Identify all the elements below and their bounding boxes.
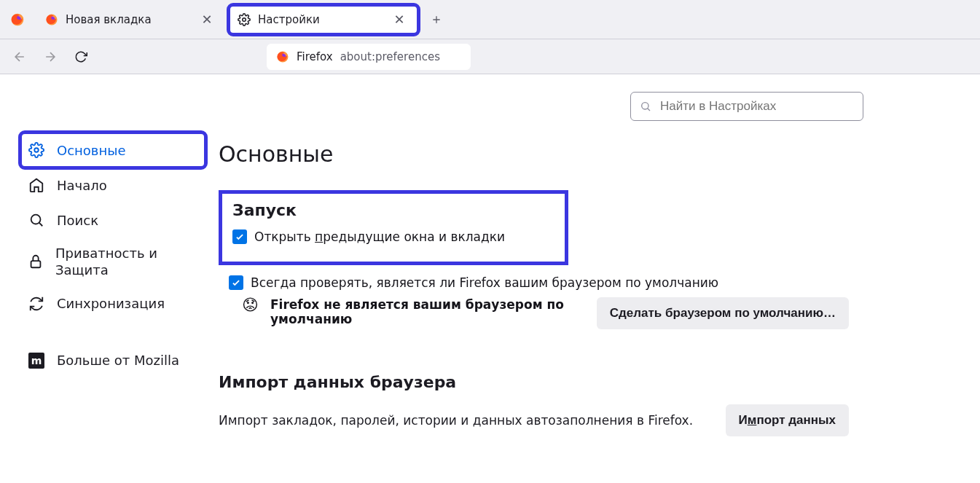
tab-new-tab[interactable]: Новая вкладка ✕	[36, 5, 226, 34]
firefox-icon	[45, 13, 58, 26]
sidebar-item-label: Поиск	[57, 213, 98, 228]
sad-face-icon: 😟	[242, 297, 259, 313]
sidebar-item-label: Приватность и Защита	[55, 245, 198, 279]
sidebar-item-label: Синхронизация	[57, 296, 165, 311]
search-icon	[28, 211, 45, 229]
sidebar-item-label: Основные	[57, 143, 126, 158]
startup-section: Запуск Открыть предыдущие окна и вкладки	[219, 190, 568, 265]
address-bar[interactable]: Firefox about:preferences	[267, 44, 471, 70]
checkbox-checked-icon[interactable]	[232, 229, 247, 244]
close-icon[interactable]: ✕	[389, 9, 409, 30]
make-default-button[interactable]: Сделать браузером по умолчанию…	[597, 297, 849, 329]
firefox-app-icon	[0, 12, 35, 27]
sync-icon	[28, 295, 45, 313]
forward-button[interactable]	[38, 44, 63, 69]
not-default-text: Firefox не является вашим браузером по у…	[270, 297, 584, 326]
url-text: about:preferences	[340, 50, 440, 63]
always-check-default-row[interactable]: Всегда проверять, является ли Firefox ва…	[229, 275, 936, 290]
gear-icon	[238, 13, 251, 26]
restore-session-label: Открыть предыдущие окна и вкладки	[254, 229, 505, 244]
import-description: Импорт закладок, паролей, истории и данн…	[219, 413, 693, 428]
preferences-sidebar: Основные Начало Поиск Приватность и Защи…	[0, 74, 219, 483]
page-title: Основные	[219, 141, 936, 167]
lock-icon	[28, 253, 44, 270]
nav-bar: Firefox about:preferences	[0, 39, 980, 74]
url-identity: Firefox	[297, 50, 333, 63]
svg-point-7	[34, 148, 39, 152]
gear-icon	[28, 141, 45, 159]
home-icon	[28, 176, 45, 194]
checkbox-checked-icon[interactable]	[229, 275, 243, 290]
svg-rect-9	[31, 261, 41, 267]
firefox-icon	[276, 50, 289, 63]
tab-label: Новая вкладка	[66, 13, 189, 26]
new-tab-button[interactable]	[424, 7, 449, 32]
mozilla-icon: m	[28, 352, 45, 369]
always-check-default-label: Всегда проверять, является ли Firefox ва…	[251, 275, 718, 290]
sidebar-item-privacy[interactable]: Приватность и Защита	[20, 237, 205, 286]
tab-bar: Новая вкладка ✕ Настройки ✕	[0, 0, 980, 39]
section-heading-import: Импорт данных браузера	[219, 373, 936, 391]
tab-label: Настройки	[258, 13, 382, 26]
search-icon	[640, 101, 651, 112]
sidebar-item-search[interactable]: Поиск	[20, 203, 205, 237]
reload-button[interactable]	[68, 44, 93, 69]
svg-point-10	[642, 103, 648, 109]
preferences-main: Основные Запуск Открыть предыдущие окна …	[219, 74, 980, 483]
sidebar-item-sync[interactable]: Синхронизация	[20, 286, 205, 321]
sidebar-item-label: Начало	[57, 178, 107, 193]
tab-settings[interactable]: Настройки ✕	[229, 5, 418, 34]
sidebar-item-home[interactable]: Начало	[20, 168, 205, 203]
svg-point-8	[31, 215, 41, 224]
sidebar-item-label: Больше от Mozilla	[57, 353, 179, 368]
firefox-icon	[10, 12, 25, 27]
restore-session-row[interactable]: Открыть предыдущие окна и вкладки	[232, 229, 554, 244]
section-heading-startup: Запуск	[232, 201, 554, 219]
sidebar-item-more-mozilla[interactable]: m Больше от Mozilla	[20, 343, 205, 378]
settings-search-input[interactable]	[659, 98, 854, 114]
back-button[interactable]	[7, 44, 32, 69]
sidebar-item-general[interactable]: Основные	[20, 133, 205, 168]
close-icon[interactable]: ✕	[197, 9, 217, 30]
svg-point-4	[243, 17, 246, 21]
import-data-button[interactable]: Импорт данных	[726, 404, 849, 436]
settings-search[interactable]	[630, 92, 863, 121]
